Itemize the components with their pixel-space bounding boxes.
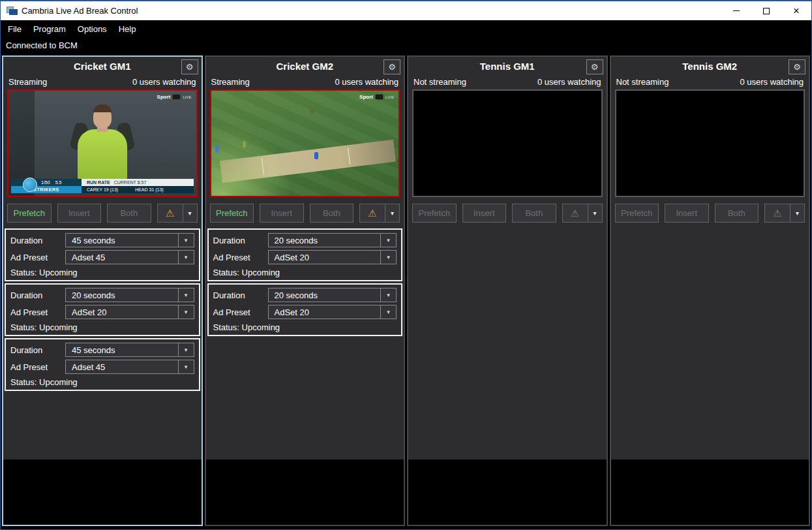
prefetch-button[interactable]: Prefetch xyxy=(615,204,659,223)
prefetch-button[interactable]: Prefetch xyxy=(412,204,457,223)
settings-button[interactable]: ⚙ xyxy=(789,59,805,74)
panel-title: Cricket GM1 xyxy=(3,57,202,76)
settings-button[interactable]: ⚙ xyxy=(383,59,400,74)
menu-file[interactable]: File xyxy=(2,22,27,37)
ad-preset-dropdown[interactable]: Adset 45 ▾ xyxy=(65,250,194,264)
connection-status: Connected to BCM xyxy=(1,37,811,54)
ad-preset-label: Ad Preset xyxy=(213,307,268,317)
both-button[interactable]: Both xyxy=(107,204,151,223)
insert-button[interactable]: Insert xyxy=(462,204,507,223)
ad-break-section-2: Duration 20 seconds ▾ Ad Preset AdSet 20… xyxy=(5,283,200,336)
action-buttons: Prefetch Insert Both ⚠ ▾ xyxy=(210,204,400,223)
ad-break-status: Status: Upcoming xyxy=(209,266,402,277)
warning-split-button[interactable]: ⚠ ▾ xyxy=(359,204,400,223)
insert-button[interactable]: Insert xyxy=(665,204,709,223)
panel-header: Tennis GM2 ⚙ xyxy=(611,57,809,76)
duration-dropdown[interactable]: 45 seconds ▾ xyxy=(65,343,194,357)
panel-title: Cricket GM2 xyxy=(206,57,404,76)
team-name-cell: STRIKERS xyxy=(11,186,82,193)
ad-break-section-1: Duration 20 seconds ▾ Ad Preset AdSet 20… xyxy=(207,228,403,281)
batsmen-cell: CAREY 19 (13) HEAD 31 (13) xyxy=(82,186,194,193)
video-preview xyxy=(615,89,805,197)
panel-tennis-gm1: Tennis GM1 ⚙ Not streaming 0 users watch… xyxy=(407,55,608,526)
duration-dropdown[interactable]: 20 seconds ▾ xyxy=(268,233,397,247)
ad-preset-dropdown[interactable]: AdSet 20 ▾ xyxy=(268,305,397,319)
minimize-button[interactable] xyxy=(721,1,751,20)
channels-container: Cricket GM1 ⚙ Streaming 0 users watching… xyxy=(1,54,811,529)
lens-flare xyxy=(211,91,399,196)
gear-icon: ⚙ xyxy=(591,63,599,71)
prefetch-button[interactable]: Prefetch xyxy=(210,204,254,223)
ad-break-section-1: Duration 45 seconds ▾ Ad Preset Adset 45… xyxy=(5,228,200,281)
both-button[interactable]: Both xyxy=(715,204,759,223)
warning-icon: ⚠ xyxy=(158,204,183,222)
duration-label: Duration xyxy=(213,290,268,300)
video-preview: Sport LIVE 1/50 5.5 RUN RATE CURRENT 8.5… xyxy=(7,89,198,197)
chevron-down-icon[interactable]: ▾ xyxy=(385,204,399,222)
settings-button[interactable]: ⚙ xyxy=(586,59,603,74)
warning-icon: ⚠ xyxy=(563,204,588,222)
ad-preset-dropdown[interactable]: AdSet 20 ▾ xyxy=(268,250,397,264)
panel-cricket-gm1: Cricket GM1 ⚙ Streaming 0 users watching… xyxy=(2,55,203,526)
app-window: Cambria Live Ad Break Control × File Pro… xyxy=(0,0,812,530)
ad-break-section-3: Duration 45 seconds ▾ Ad Preset Adset 45… xyxy=(5,338,200,391)
close-icon: × xyxy=(793,5,799,17)
ad-preset-label: Ad Preset xyxy=(10,253,65,262)
prefetch-button[interactable]: Prefetch xyxy=(7,204,52,223)
duration-label: Duration xyxy=(10,290,65,300)
ad-preset-dropdown[interactable]: Adset 45 ▾ xyxy=(65,360,194,374)
menu-program[interactable]: Program xyxy=(27,22,72,37)
chevron-down-icon: ▾ xyxy=(178,288,194,302)
ad-preset-label: Ad Preset xyxy=(10,307,65,317)
panel-cricket-gm2: Cricket GM2 ⚙ Streaming 0 users watching… xyxy=(205,55,406,526)
action-buttons: Prefetch Insert Both ⚠ ▾ xyxy=(412,204,603,223)
duration-label: Duration xyxy=(10,345,65,355)
insert-button[interactable]: Insert xyxy=(57,204,102,223)
score-overlay: 1/50 5.5 RUN RATE CURRENT 8.57 STRIKERS … xyxy=(11,179,194,193)
stream-status: Streaming xyxy=(8,77,47,87)
ad-preset-label: Ad Preset xyxy=(213,253,268,262)
chevron-down-icon[interactable]: ▾ xyxy=(588,204,602,222)
menu-options[interactable]: Options xyxy=(72,22,113,37)
both-button[interactable]: Both xyxy=(512,204,556,223)
ad-break-status: Status: Upcoming xyxy=(6,320,199,332)
chevron-down-icon[interactable]: ▾ xyxy=(790,204,804,222)
insert-button[interactable]: Insert xyxy=(260,204,304,223)
minimize-icon xyxy=(733,10,740,11)
ad-preset-label: Ad Preset xyxy=(10,362,65,372)
secondary-video-area xyxy=(611,460,809,525)
ad-break-status: Status: Upcoming xyxy=(6,375,199,387)
action-buttons: Prefetch Insert Both ⚠ ▾ xyxy=(7,204,198,223)
duration-dropdown[interactable]: 20 seconds ▾ xyxy=(268,288,397,302)
cricket-player-figure xyxy=(72,108,132,180)
viewer-count: 0 users watching xyxy=(740,77,804,87)
run-rate-cell: RUN RATE CURRENT 8.57 xyxy=(82,179,194,186)
warning-icon: ⚠ xyxy=(360,204,385,222)
status-row: Not streaming 0 users watching xyxy=(408,76,607,89)
maximize-button[interactable] xyxy=(751,1,781,20)
settings-button[interactable]: ⚙ xyxy=(181,59,198,74)
warning-split-button[interactable]: ⚠ ▾ xyxy=(157,204,198,223)
duration-dropdown[interactable]: 20 seconds ▾ xyxy=(65,288,194,302)
status-row: Not streaming 0 users watching xyxy=(611,76,809,89)
menu-help[interactable]: Help xyxy=(113,22,142,37)
ad-preset-dropdown[interactable]: AdSet 20 ▾ xyxy=(65,305,194,319)
window-controls: × xyxy=(721,1,811,20)
warning-split-button[interactable]: ⚠ ▾ xyxy=(562,204,603,223)
panel-title: Tennis GM1 xyxy=(408,57,607,76)
warning-split-button[interactable]: ⚠ ▾ xyxy=(764,204,805,223)
duration-dropdown[interactable]: 45 seconds ▾ xyxy=(65,233,194,247)
secondary-video-area xyxy=(206,460,404,525)
chevron-down-icon: ▾ xyxy=(178,234,194,247)
maximize-icon xyxy=(763,8,770,14)
close-button[interactable]: × xyxy=(781,1,811,20)
ad-break-status: Status: Upcoming xyxy=(209,320,402,332)
chevron-down-icon[interactable]: ▾ xyxy=(183,204,197,222)
duration-label: Duration xyxy=(213,236,268,245)
ad-break-section-2: Duration 20 seconds ▾ Ad Preset AdSet 20… xyxy=(207,283,403,336)
both-button[interactable]: Both xyxy=(310,204,354,223)
status-row: Streaming 0 users watching xyxy=(3,76,202,89)
channel-badge-icon xyxy=(375,94,383,100)
stream-status: Not streaming xyxy=(616,77,669,87)
video-preview xyxy=(412,89,603,197)
